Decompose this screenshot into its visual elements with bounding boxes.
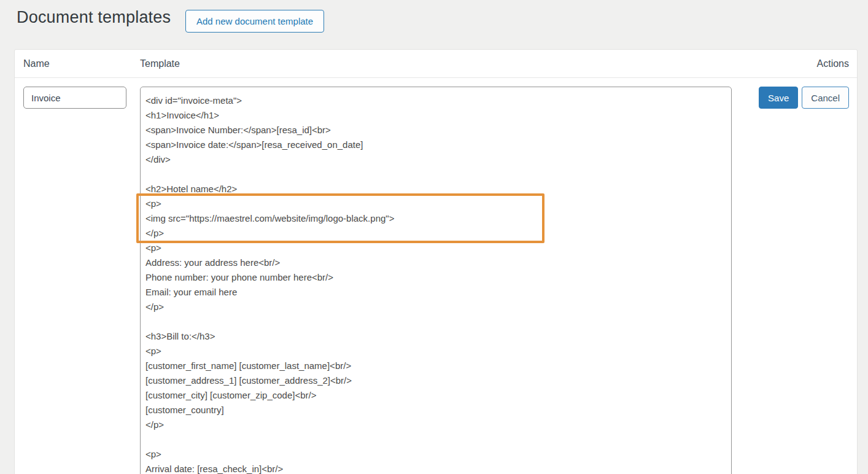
add-template-button[interactable]: Add new document template: [185, 10, 324, 33]
save-button[interactable]: Save: [759, 87, 798, 109]
cancel-button[interactable]: Cancel: [802, 87, 849, 109]
column-header-actions: Actions: [817, 50, 849, 78]
column-header-name: Name: [23, 50, 50, 78]
column-header-template: Template: [140, 50, 180, 78]
template-editor-textarea[interactable]: <div id="invoice-meta"> <h1>Invoice</h1>…: [140, 87, 732, 474]
page-title: Document templates: [17, 8, 171, 27]
template-editor-wrap: <div id="invoice-meta"> <h1>Invoice</h1>…: [140, 87, 732, 474]
template-row: <div id="invoice-meta"> <h1>Invoice</h1>…: [15, 79, 857, 474]
actions-cell: Save Cancel: [759, 87, 849, 109]
templates-table: Name Template Actions <div id="invoice-m…: [14, 49, 858, 474]
table-header: Name Template Actions: [15, 50, 857, 78]
page-header: Document templates Add new document temp…: [17, 0, 858, 49]
template-name-input[interactable]: [23, 87, 126, 109]
